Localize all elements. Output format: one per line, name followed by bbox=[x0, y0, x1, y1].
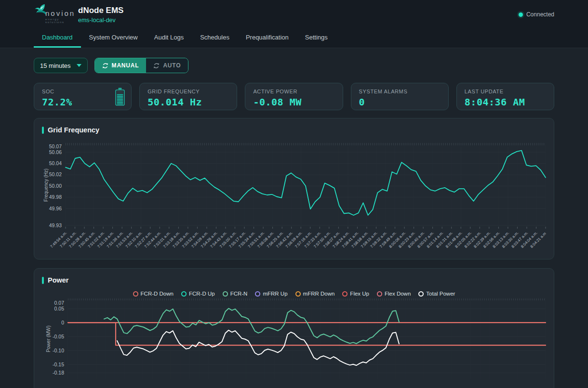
stat-value: -0.08 MW bbox=[253, 96, 334, 108]
manual-refresh-button[interactable]: MANUAL bbox=[95, 58, 147, 73]
svg-text:-0.18: -0.18 bbox=[53, 370, 64, 375]
stat-label: LAST UPDATE bbox=[465, 89, 546, 94]
stat-card-grid-frequency: GRID FREQUENCY 50.014 Hz bbox=[139, 83, 237, 110]
grid-frequency-card: Grid Frequency 50.0750.0650.0450.0250.00… bbox=[34, 118, 554, 259]
stat-value: 50.014 Hz bbox=[147, 96, 229, 108]
stat-value: 72.2% bbox=[42, 96, 123, 108]
svg-text:50.02: 50.02 bbox=[49, 171, 62, 177]
legend-item-flex-down[interactable]: Flex Down bbox=[377, 291, 411, 297]
connection-status: Connected bbox=[519, 11, 554, 18]
stat-card-soc: SOC 72.2% bbox=[34, 83, 132, 110]
brand-tagline: energy solutions bbox=[45, 18, 75, 24]
stat-card-system-alarms: SYSTEM ALARMS 0 bbox=[351, 83, 449, 110]
legend-label: FCR-N bbox=[230, 291, 248, 297]
legend-item-flex-up[interactable]: Flex Up bbox=[342, 291, 369, 297]
legend-item-fcr-d-up[interactable]: FCR-D Up bbox=[181, 291, 215, 297]
svg-text:49.98: 49.98 bbox=[49, 194, 62, 200]
environment-label: ems-local-dev bbox=[78, 17, 123, 24]
refresh-icon bbox=[153, 63, 160, 69]
legend-ring-icon bbox=[377, 291, 382, 297]
svg-text:-0.10: -0.10 bbox=[53, 348, 64, 353]
title-accent-bar bbox=[42, 277, 44, 284]
refresh-mode-toggle: MANUAL AUTO bbox=[94, 58, 189, 73]
svg-text:-0.05: -0.05 bbox=[53, 334, 64, 339]
stat-label: GRID FREQUENCY bbox=[147, 89, 229, 94]
power-chart-legend: FCR-D DownFCR-D UpFCR-NmFRR UpmFRR DownF… bbox=[34, 291, 554, 297]
stats-row: SOC 72.2% GRID FREQUENCY 50.014 Hz ACTIV… bbox=[34, 83, 554, 110]
stat-label: SOC bbox=[42, 89, 123, 94]
legend-item-fcr-n[interactable]: FCR-N bbox=[223, 291, 248, 297]
power-chart: 0.070.050-0.05-0.10-0.15-0.18Power (MW) bbox=[42, 298, 546, 380]
legend-ring-icon bbox=[181, 291, 187, 297]
legend-label: Flex Down bbox=[385, 291, 411, 297]
legend-label: mFRR Down bbox=[303, 291, 335, 297]
battery-icon bbox=[115, 88, 125, 106]
svg-text:0.05: 0.05 bbox=[54, 306, 65, 311]
tab-audit-logs[interactable]: Audit Logs bbox=[146, 29, 192, 48]
legend-item-mfrr-down[interactable]: mFRR Down bbox=[295, 291, 335, 297]
legend-label: FCR-D Down bbox=[141, 291, 174, 297]
app-header: novion energy solutions dNode EMS ems-lo… bbox=[0, 0, 588, 48]
legend-ring-icon bbox=[223, 291, 228, 297]
stat-card-last-update: LAST UPDATE 8:04:36 AM bbox=[456, 83, 554, 110]
chart-title: Power bbox=[48, 276, 69, 284]
stat-label: ACTIVE POWER bbox=[253, 89, 334, 94]
main-nav: Dashboard System Overview Audit Logs Sch… bbox=[0, 29, 588, 48]
legend-item-mfrr-up[interactable]: mFRR Up bbox=[255, 291, 287, 297]
tab-dashboard[interactable]: Dashboard bbox=[34, 29, 81, 48]
legend-ring-icon bbox=[255, 291, 260, 297]
refresh-icon bbox=[102, 63, 108, 69]
svg-text:50.04: 50.04 bbox=[49, 160, 62, 166]
connection-label: Connected bbox=[526, 11, 554, 18]
grid-frequency-chart: 50.0750.0650.0450.0250.0049.9849.9649.93… bbox=[42, 138, 546, 259]
dashboard-controls: 15 minutes MANUAL AUTO bbox=[34, 58, 554, 73]
svg-text:-0.15: -0.15 bbox=[53, 362, 64, 367]
legend-ring-icon bbox=[295, 291, 301, 297]
stat-value: 8:04:36 AM bbox=[465, 96, 546, 108]
svg-text:49.96: 49.96 bbox=[49, 206, 62, 211]
stat-value: 0 bbox=[359, 96, 441, 108]
svg-text:0.07: 0.07 bbox=[54, 300, 65, 306]
legend-label: FCR-D Up bbox=[189, 291, 215, 297]
time-range-value: 15 minutes bbox=[40, 62, 71, 69]
title-accent-bar bbox=[42, 127, 44, 134]
tab-settings[interactable]: Settings bbox=[297, 29, 336, 48]
brand-logo: novion energy solutions bbox=[34, 3, 72, 26]
legend-item-total-power[interactable]: Total Power bbox=[418, 291, 455, 297]
connection-dot-icon bbox=[519, 13, 523, 17]
legend-ring-icon bbox=[418, 291, 424, 297]
auto-refresh-button[interactable]: AUTO bbox=[146, 58, 188, 73]
legend-label: mFRR Up bbox=[263, 291, 287, 297]
legend-ring-icon bbox=[133, 291, 138, 297]
legend-ring-icon bbox=[342, 291, 347, 297]
time-range-select[interactable]: 15 minutes bbox=[34, 58, 88, 73]
tab-system-overview[interactable]: System Overview bbox=[81, 29, 146, 48]
chevron-down-icon bbox=[77, 64, 81, 67]
svg-text:50.00: 50.00 bbox=[49, 183, 62, 189]
stat-label: SYSTEM ALARMS bbox=[359, 89, 441, 94]
legend-item-fcr-d-down[interactable]: FCR-D Down bbox=[133, 291, 174, 297]
legend-label: Flex Up bbox=[350, 291, 369, 297]
svg-text:50.07: 50.07 bbox=[49, 143, 62, 149]
brand-name: novion bbox=[45, 10, 75, 17]
svg-text:49.93: 49.93 bbox=[49, 222, 62, 228]
page-title: dNode EMS bbox=[78, 6, 123, 15]
svg-text:Frequency (Hz): Frequency (Hz) bbox=[43, 168, 49, 202]
svg-text:50.06: 50.06 bbox=[49, 149, 62, 155]
power-card: Power FCR-D DownFCR-D UpFCR-NmFRR UpmFRR… bbox=[34, 268, 554, 388]
stat-card-active-power: ACTIVE POWER -0.08 MW bbox=[245, 83, 343, 110]
legend-label: Total Power bbox=[426, 291, 455, 297]
tab-prequalification[interactable]: Prequalification bbox=[238, 29, 297, 48]
svg-text:Power (MW): Power (MW) bbox=[46, 325, 51, 352]
svg-text:0: 0 bbox=[61, 320, 64, 325]
tab-schedules[interactable]: Schedules bbox=[192, 29, 238, 48]
chart-title: Grid Frequency bbox=[48, 126, 99, 134]
